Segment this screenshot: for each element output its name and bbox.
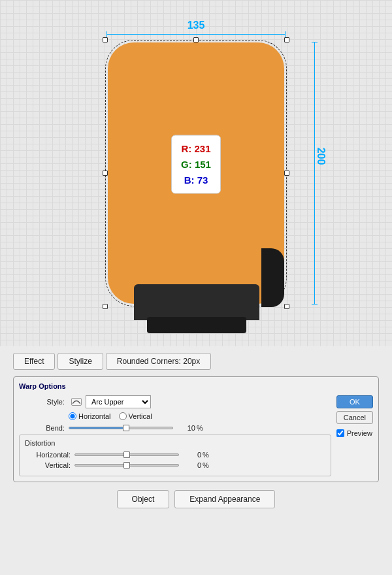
expand-appearance-button[interactable]: Expand Appearance: [174, 490, 275, 508]
h-distortion-unit: %: [203, 451, 209, 459]
h-distortion-label: Horizontal:: [25, 451, 71, 459]
distortion-title: Distortion: [25, 439, 325, 447]
h-distortion-value: 0: [183, 451, 201, 459]
style-label: Style:: [19, 398, 65, 406]
handle-top-center[interactable]: [193, 37, 199, 42]
h-distortion-thumb[interactable]: [123, 452, 130, 458]
canvas-area: 135 200 R: 231 G: 151 B: 73: [0, 0, 392, 346]
bend-unit: %: [197, 424, 203, 432]
warp-options-dialog: Warp Options Style: Arc Upper: [13, 376, 379, 482]
cord-piece: [261, 248, 284, 307]
h-distortion-row: Horizontal: 0 %: [25, 451, 325, 459]
dimension-width-line: [106, 34, 286, 35]
orientation-row: Horizontal Vertical: [69, 412, 331, 420]
handle-top-left[interactable]: [103, 37, 108, 42]
color-g-value: G: 151: [181, 157, 211, 172]
style-icon: [71, 398, 82, 406]
distortion-group: Distortion Horizontal: 0 % Vertical:: [19, 435, 331, 476]
vertical-radio-label[interactable]: Vertical: [119, 412, 152, 420]
v-distortion-track[interactable]: [74, 464, 179, 467]
ok-button[interactable]: OK: [336, 395, 373, 408]
v-distortion-label: Vertical:: [25, 461, 71, 469]
vertical-radio[interactable]: [119, 412, 127, 420]
warp-left-panel: Style: Arc Upper Horizontal: [19, 395, 331, 476]
bottom-buttons-row: Object Expand Appearance: [13, 490, 379, 508]
color-label: R: 231 G: 151 B: 73: [171, 135, 221, 194]
bend-row: Bend: 10 %: [19, 424, 331, 432]
preview-row: Preview: [336, 429, 373, 437]
v-distortion-thumb[interactable]: [123, 462, 130, 468]
style-select[interactable]: Arc Upper: [86, 395, 151, 408]
v-distortion-row: Vertical: 0 %: [25, 461, 325, 469]
vertical-label: Vertical: [129, 412, 152, 420]
shape-container[interactable]: R: 231 G: 151 B: 73: [108, 42, 284, 304]
handle-bottom-left[interactable]: [103, 304, 108, 309]
bend-slider-fill: [69, 427, 126, 429]
preview-checkbox[interactable]: [336, 429, 344, 437]
h-distortion-track[interactable]: [74, 453, 179, 456]
rounded-corners-button[interactable]: Rounded Corners: 20px: [106, 353, 211, 370]
effect-button[interactable]: Effect: [13, 353, 55, 370]
v-distortion-unit: %: [203, 461, 209, 469]
stylize-button[interactable]: Stylize: [57, 353, 103, 370]
bend-label: Bend:: [19, 424, 65, 432]
horizontal-radio-label[interactable]: Horizontal: [69, 412, 111, 420]
cancel-button[interactable]: Cancel: [336, 411, 373, 424]
handle-bottom-right[interactable]: [284, 304, 289, 309]
dimension-width-label: 135: [108, 20, 284, 31]
warp-title: Warp Options: [19, 382, 373, 390]
color-r-value: R: 231: [181, 141, 211, 157]
dimension-height-label: 200: [316, 148, 327, 165]
horizontal-radio[interactable]: [69, 412, 76, 420]
bend-value: 10: [177, 424, 195, 432]
dimension-height-line: [314, 42, 315, 304]
object-button[interactable]: Object: [117, 490, 170, 508]
v-distortion-value: 0: [183, 461, 201, 469]
bottom-panel: Effect Stylize Rounded Corners: 20px War…: [0, 346, 392, 575]
style-row: Style: Arc Upper: [19, 395, 331, 408]
bend-slider-track[interactable]: [69, 427, 173, 429]
warp-right-panel: OK Cancel Preview: [336, 395, 373, 476]
handle-middle-right[interactable]: [284, 171, 289, 176]
base-piece: [134, 284, 259, 320]
horizontal-label: Horizontal: [78, 412, 111, 420]
handle-middle-left[interactable]: [103, 171, 108, 176]
warp-content: Style: Arc Upper Horizontal: [19, 395, 373, 476]
base-bottom: [147, 317, 246, 333]
color-b-value: B: 73: [181, 172, 211, 188]
top-buttons-row: Effect Stylize Rounded Corners: 20px: [13, 353, 379, 370]
handle-top-right[interactable]: [284, 37, 289, 42]
preview-label: Preview: [347, 429, 372, 437]
bend-slider-thumb[interactable]: [123, 425, 129, 431]
orange-rectangle[interactable]: R: 231 G: 151 B: 73: [108, 42, 284, 304]
